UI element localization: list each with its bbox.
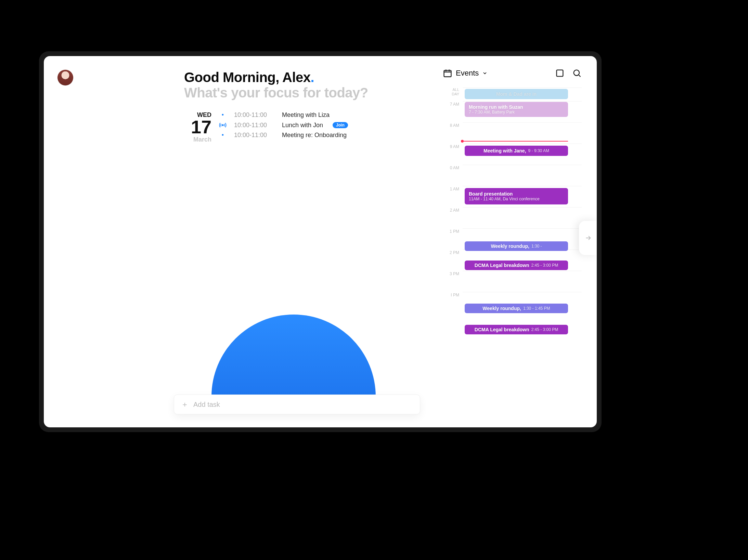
avatar[interactable] (57, 70, 73, 85)
calendar-event[interactable]: DCMA Legal breakdown 2:45 - 3:00 PM (465, 261, 568, 270)
agenda-list: 10:00-11:00Meeting with Liza10:00-11:00L… (218, 111, 348, 139)
events-layer: Mom & Dad are inMorning run with Suzan 7… (463, 88, 582, 313)
add-task-bar[interactable]: ＋ (174, 395, 420, 414)
view-toggle-icon[interactable] (555, 68, 565, 78)
event-subtitle: 1:30 - 1:45 PM (523, 306, 550, 311)
join-button[interactable]: Join (333, 122, 348, 128)
event-subtitle: 9 - 9:30 AM (528, 148, 549, 153)
now-indicator (463, 141, 568, 142)
event-title: Board presentation (469, 191, 564, 197)
right-pane: Events ALL DAY 7 AM8 AM9 AM0 AM1 AM2 AM1… (443, 56, 597, 427)
agenda-title: Meeting with Liza (282, 111, 330, 119)
event-subtitle: 7 - 7:30 AM, Battery Park (469, 110, 564, 115)
date-block: WED 17 March (181, 111, 211, 143)
agenda-title: Meeting re: Onboarding (282, 132, 347, 139)
calendar-event[interactable]: Board presentation 11AM - 11:40 AM, Da V… (465, 188, 568, 204)
all-day-label: ALL DAY (443, 88, 463, 101)
event-title: Meeting with Jane, (483, 148, 526, 154)
hour-label: 1 PM (443, 228, 463, 250)
agenda-time: 10:00-11:00 (234, 111, 275, 119)
event-subtitle: 2:45 - 3:00 PM (531, 263, 558, 268)
bullet-icon (218, 111, 227, 119)
event-title: Morning run with Suzan (469, 104, 564, 110)
hour-label: 0 AM (443, 165, 463, 186)
subgreeting: What's your focus for today? (184, 85, 443, 101)
svg-rect-2 (557, 70, 563, 77)
agenda-item[interactable]: 10:00-11:00Lunch with JonJoin (218, 121, 348, 129)
sunrise-graphic (211, 315, 376, 397)
svg-point-3 (574, 70, 579, 76)
add-task-input[interactable] (193, 401, 413, 409)
agenda-title: Lunch with Jon (282, 122, 323, 129)
events-dropdown[interactable]: Events (443, 68, 488, 78)
app-screen: Good Morning, Alex. What's your focus fo… (44, 56, 597, 427)
calendar-toolbar: Events (443, 68, 582, 78)
hero-block: Good Morning, Alex. What's your focus fo… (184, 70, 443, 101)
search-icon[interactable] (572, 68, 582, 78)
calendar-event[interactable]: Weekly roundup, 1:30 - 1:45 PM (465, 304, 568, 313)
calendar-event[interactable]: Mom & Dad are in (465, 89, 568, 99)
date-day: 17 (181, 119, 211, 135)
event-title: DCMA Legal breakdown (475, 263, 529, 268)
event-title: Weekly roundup, (482, 306, 521, 311)
greeting: Good Morning, Alex. (184, 70, 443, 85)
next-day-tab[interactable] (579, 221, 597, 255)
calendar-event[interactable]: Morning run with Suzan 7 - 7:30 AM, Batt… (465, 102, 568, 117)
calendar-event[interactable]: DCMA Legal breakdown 2:45 - 3:00 PM (465, 325, 568, 334)
hour-label: 3 PM (443, 271, 463, 292)
agenda-time: 10:00-11:00 (234, 132, 275, 139)
hour-label: 8 AM (443, 122, 463, 144)
hour-label: 2 AM (443, 207, 463, 228)
calendar-icon (443, 68, 452, 78)
events-label: Events (456, 69, 479, 78)
calendar-timeline[interactable]: ALL DAY 7 AM8 AM9 AM0 AM1 AM2 AM1 PM2 PM… (443, 88, 582, 313)
broadcast-icon (218, 121, 227, 129)
date-month: March (181, 136, 211, 143)
agenda-time: 10:00-11:00 (234, 122, 275, 129)
event-subtitle: 1:30 - (531, 244, 542, 249)
greeting-text: Good Morning, Alex (184, 70, 311, 85)
hour-label: 9 AM (443, 144, 463, 165)
calendar-event[interactable]: Meeting with Jane, 9 - 9:30 AM (465, 146, 568, 156)
chevron-down-icon (482, 70, 488, 76)
agenda-item[interactable]: 10:00-11:00Meeting with Liza (218, 111, 348, 119)
svg-point-0 (222, 124, 223, 126)
event-title: DCMA Legal breakdown (475, 327, 529, 332)
left-pane: Good Morning, Alex. What's your focus fo… (44, 56, 443, 427)
calendar-event[interactable]: Weekly roundup, 1:30 - (465, 241, 568, 251)
event-subtitle: 11AM - 11:40 AM, Da Vinci conference (469, 197, 564, 201)
event-subtitle: 2:45 - 3:00 PM (531, 327, 558, 332)
bullet-icon (218, 132, 227, 139)
tablet-frame: Good Morning, Alex. What's your focus fo… (39, 51, 602, 432)
greeting-dot: . (311, 70, 314, 85)
agenda-item[interactable]: 10:00-11:00Meeting re: Onboarding (218, 132, 348, 139)
plus-icon: ＋ (181, 399, 189, 410)
event-title: Mom & Dad are in (496, 91, 537, 97)
hour-label: 7 AM (443, 101, 463, 122)
toolbar-actions (555, 68, 582, 78)
svg-rect-1 (444, 70, 451, 77)
event-title: Weekly roundup, (491, 243, 529, 249)
hour-label: 1 AM (443, 186, 463, 207)
hour-label: 2 PM (443, 250, 463, 271)
arrow-right-icon (584, 234, 592, 242)
hour-label: I PM (443, 292, 463, 313)
